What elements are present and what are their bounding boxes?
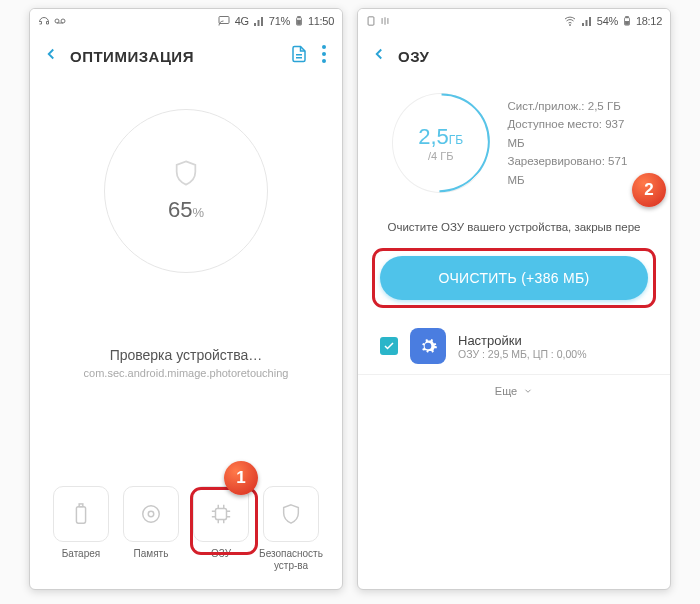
svg-point-1 bbox=[61, 19, 65, 23]
app-list-item[interactable]: Настройки ОЗУ : 29,5 МБ, ЦП : 0,00% bbox=[358, 318, 670, 374]
ram-used-value: 2,5 bbox=[418, 124, 449, 149]
svg-rect-17 bbox=[626, 16, 629, 17]
header: ОЗУ bbox=[358, 33, 670, 79]
shield-icon bbox=[172, 159, 200, 187]
bottom-card-row: Батарея Память ОЗУ Безопасность устр-ва bbox=[30, 486, 342, 571]
chevron-left-icon bbox=[370, 45, 388, 63]
svg-point-8 bbox=[322, 59, 326, 63]
target-icon bbox=[140, 503, 162, 525]
step-badge-1: 1 bbox=[224, 461, 258, 495]
security-card-label: Безопасность устр-ва bbox=[259, 548, 323, 571]
svg-point-12 bbox=[148, 511, 154, 517]
more-vert-icon bbox=[322, 45, 326, 63]
svg-point-6 bbox=[322, 45, 326, 49]
ram-total: /4 ГБ bbox=[428, 150, 453, 162]
chip-icon bbox=[210, 503, 232, 525]
battery-card[interactable]: Батарея bbox=[51, 486, 111, 571]
clean-button-container: ОЧИСТИТЬ (+386 МБ) bbox=[372, 248, 656, 308]
ram-used-unit: ГБ bbox=[449, 133, 463, 147]
more-label: Еще bbox=[495, 385, 517, 397]
chevron-down-icon bbox=[523, 386, 533, 396]
svg-point-0 bbox=[55, 19, 59, 23]
scan-status: Проверка устройства… bbox=[110, 347, 263, 363]
ram-details: Сист./прилож.: 2,5 ГБ Доступное место: 9… bbox=[507, 97, 644, 189]
battery-pct: 71% bbox=[269, 15, 290, 27]
svg-rect-18 bbox=[625, 21, 628, 24]
battery-pct: 54% bbox=[597, 15, 618, 27]
sim-icon bbox=[366, 15, 376, 27]
battery-icon bbox=[294, 14, 304, 28]
svg-rect-9 bbox=[76, 507, 85, 524]
ram-card-label: ОЗУ bbox=[211, 548, 231, 560]
clean-button-label: ОЧИСТИТЬ (+386 МБ) bbox=[439, 270, 590, 286]
wifi-icon bbox=[563, 15, 577, 27]
storage-card[interactable]: Память bbox=[121, 486, 181, 571]
shield-outline-icon bbox=[280, 503, 302, 525]
svg-point-11 bbox=[143, 506, 160, 523]
chevron-left-icon bbox=[42, 45, 60, 63]
status-bar: 54% 18:12 bbox=[358, 9, 670, 33]
nfc-icon bbox=[380, 15, 390, 27]
security-card[interactable]: Безопасность устр-ва bbox=[261, 486, 321, 571]
svg-rect-14 bbox=[368, 17, 374, 25]
phone-ram: 54% 18:12 ОЗУ 2,5ГБ /4 ГБ Сист./прилож.:… bbox=[357, 8, 671, 590]
ram-used: 2,5ГБ bbox=[418, 124, 463, 150]
battery-outline-icon bbox=[70, 503, 92, 525]
progress-percent: 65% bbox=[168, 197, 204, 223]
ram-free-line: Доступное место: 937 МБ bbox=[507, 115, 644, 152]
svg-rect-13 bbox=[216, 509, 227, 520]
battery-card-label: Батарея bbox=[62, 548, 100, 560]
ram-stats-row: 2,5ГБ /4 ГБ Сист./прилож.: 2,5 ГБ Доступ… bbox=[358, 93, 670, 211]
page-title: ОПТИМИЗАЦИЯ bbox=[70, 48, 194, 65]
ram-body: 2,5ГБ /4 ГБ Сист./прилож.: 2,5 ГБ Доступ… bbox=[358, 79, 670, 589]
app-checkbox[interactable] bbox=[380, 337, 398, 355]
svg-rect-10 bbox=[79, 504, 83, 507]
phone-optimization: 4G 71% 11:50 ОПТИМИЗАЦИЯ 65% П bbox=[29, 8, 343, 590]
percent-value: 65 bbox=[168, 197, 192, 222]
progress-ring: 65% bbox=[104, 109, 268, 273]
settings-app-icon bbox=[410, 328, 446, 364]
more-menu-button[interactable] bbox=[318, 45, 330, 68]
svg-rect-5 bbox=[297, 20, 300, 24]
battery-icon bbox=[622, 14, 632, 28]
ram-usage-circle: 2,5ГБ /4 ГБ bbox=[392, 93, 489, 193]
badge-2-text: 2 bbox=[644, 180, 653, 200]
back-button[interactable] bbox=[370, 45, 388, 68]
svg-point-15 bbox=[569, 25, 570, 26]
document-button[interactable] bbox=[290, 45, 308, 67]
svg-point-7 bbox=[322, 52, 326, 56]
clean-button[interactable]: ОЧИСТИТЬ (+386 МБ) bbox=[380, 256, 648, 300]
clock: 11:50 bbox=[308, 15, 334, 27]
ram-system-line: Сист./прилож.: 2,5 ГБ bbox=[507, 97, 644, 115]
signal-icon bbox=[253, 15, 265, 27]
status-bar: 4G 71% 11:50 bbox=[30, 9, 342, 33]
check-icon bbox=[383, 340, 395, 352]
app-name: Настройки bbox=[458, 333, 586, 348]
page-title: ОЗУ bbox=[398, 48, 429, 65]
badge-1-text: 1 bbox=[236, 468, 245, 488]
document-icon bbox=[290, 45, 308, 63]
headset-icon bbox=[38, 15, 50, 27]
clock: 18:12 bbox=[636, 15, 662, 27]
signal-icon bbox=[581, 15, 593, 27]
network-label: 4G bbox=[235, 15, 249, 27]
cast-icon bbox=[217, 15, 231, 27]
ram-hint-text: Очистите ОЗУ вашего устройства, закрыв п… bbox=[358, 211, 670, 238]
voicemail-icon bbox=[54, 15, 66, 27]
optimization-body: 65% Проверка устройства… com.sec.android… bbox=[30, 79, 342, 589]
svg-rect-4 bbox=[298, 16, 301, 17]
ram-reserved-line: Зарезервировано: 571 МБ bbox=[507, 152, 644, 189]
scan-package: com.sec.android.mimage.photoretouching bbox=[84, 367, 289, 379]
app-sub: ОЗУ : 29,5 МБ, ЦП : 0,00% bbox=[458, 348, 586, 360]
step-badge-2: 2 bbox=[632, 173, 666, 207]
storage-card-label: Память bbox=[134, 548, 169, 560]
header: ОПТИМИЗАЦИЯ bbox=[30, 33, 342, 79]
back-button[interactable] bbox=[42, 45, 60, 68]
gear-icon bbox=[418, 336, 438, 356]
ram-card[interactable]: ОЗУ bbox=[191, 486, 251, 571]
percent-unit: % bbox=[192, 205, 204, 220]
show-more-button[interactable]: Еще bbox=[358, 374, 670, 407]
